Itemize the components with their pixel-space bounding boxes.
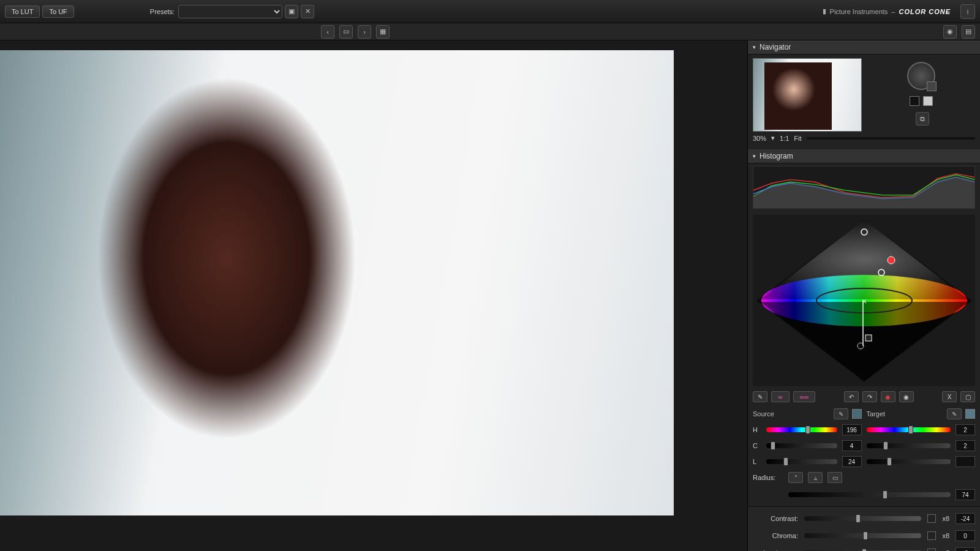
delete-preset-button[interactable]: ✕ [301, 5, 314, 18]
toggle-point-button[interactable]: ▢ [960, 391, 975, 402]
source-hue-value[interactable]: 196 [842, 424, 862, 435]
source-chroma-value[interactable]: 4 [842, 440, 862, 451]
to-uf-button[interactable]: To UF [42, 6, 74, 18]
preview-toggle-button[interactable]: ◉ [943, 25, 957, 39]
target-hue-value[interactable]: 2 [956, 424, 975, 435]
source-lum-value[interactable]: 24 [842, 456, 862, 467]
rotation-dial[interactable] [907, 62, 935, 90]
radius-slider[interactable] [788, 492, 951, 497]
info-button[interactable]: i [960, 4, 975, 19]
brand-logo-icon: ▮ [823, 7, 826, 15]
eyedropper-button[interactable]: ✎ [753, 391, 767, 402]
radius-mode-b-button[interactable]: ▵ [808, 472, 823, 483]
chevron-left-icon: ‹ [326, 28, 329, 36]
target-column: Target ✎ 2 2 [867, 405, 976, 472]
photo-preview [0, 50, 674, 515]
brand-company: Picture Instruments [830, 8, 888, 15]
histogram-title: Histogram [760, 152, 793, 160]
next-image-button[interactable]: › [358, 25, 371, 39]
duplicate-button[interactable]: ⧉ [916, 112, 929, 126]
square-icon: ▢ [965, 394, 971, 400]
radius-label: Radius: [753, 474, 783, 481]
source-column: Source ✎ H 196 C 4 L [753, 405, 862, 472]
save-preset-button[interactable]: ▣ [285, 5, 298, 18]
cone-center-marker: × [862, 296, 867, 306]
target-lum-slider[interactable] [867, 459, 951, 464]
radius-row: Radius: ˄ ▵ ▭ [748, 472, 980, 489]
background-black-swatch[interactable] [910, 96, 919, 106]
redo-icon: ↷ [867, 394, 872, 400]
eyedropper-icon: ✎ [952, 411, 957, 418]
eye-icon: ◉ [947, 28, 953, 36]
mask-button[interactable]: ◉ [881, 391, 895, 402]
source-target-section: Source ✎ H 196 C 4 L [748, 405, 980, 472]
navigator-header[interactable]: ▾ Navigator [748, 40, 980, 54]
main-area: ▾ Navigator ⧉ 30% ▾ [0, 40, 980, 551]
trash-icon: ✕ [305, 7, 311, 15]
zoom-fit-button[interactable]: Fit [794, 135, 801, 142]
eyedropper-icon: ✎ [758, 394, 763, 400]
chroma-mult: x8 [942, 532, 949, 539]
prev-image-button[interactable]: ‹ [321, 25, 334, 39]
contrast-value[interactable]: -24 [956, 513, 975, 524]
contrast-slider[interactable] [804, 516, 921, 521]
svg-marker-3 [760, 220, 968, 299]
svg-marker-4 [760, 302, 968, 381]
zoom-slider[interactable] [807, 137, 975, 140]
to-lut-button[interactable]: To LUT [5, 6, 40, 18]
source-lum-slider[interactable] [766, 459, 837, 464]
target-chroma-value[interactable]: 2 [956, 440, 975, 451]
chroma-adj-slider[interactable] [804, 533, 921, 538]
chroma-x8-checkbox[interactable] [927, 531, 936, 540]
open-folder-button[interactable]: ▭ [339, 25, 353, 39]
histogram-chart [753, 166, 975, 209]
navigator-panel: ⧉ 30% ▾ 1:1 Fit [748, 54, 980, 149]
eye-icon: ◉ [903, 394, 909, 400]
undo-button[interactable]: ↶ [844, 391, 859, 402]
caret-down-icon: ▾ [753, 44, 756, 50]
target-chroma-slider[interactable] [867, 443, 951, 448]
presets-label: Presets: [150, 8, 175, 15]
radius-value[interactable]: 74 [956, 489, 975, 500]
navigator-thumbnail[interactable] [753, 58, 862, 132]
color-cone-picker[interactable]: × [753, 215, 975, 386]
presets-dropdown[interactable] [178, 5, 282, 18]
image-canvas[interactable] [0, 40, 747, 551]
caret-up-icon: ˄ [794, 474, 797, 481]
redo-button[interactable]: ↷ [862, 391, 877, 402]
cone-tool-row: ✎ ∞ ∞∞ ↶ ↷ ◉ ◉ X ▢ [748, 386, 980, 405]
zoom-percent: 30% [753, 135, 766, 142]
source-chroma-slider[interactable] [766, 443, 837, 448]
grid-toggle-button[interactable]: ▤ [962, 25, 975, 39]
compare-view-button[interactable]: ▦ [376, 25, 390, 39]
histogram-header[interactable]: ▾ Histogram [748, 149, 980, 163]
zoom-caret-icon[interactable]: ▾ [771, 134, 775, 142]
flat-icon: ▭ [832, 474, 838, 481]
info-icon: i [967, 8, 968, 15]
radius-mode-c-button[interactable]: ▭ [827, 472, 842, 483]
luminance-x8-checkbox[interactable] [927, 549, 936, 551]
link-three-button[interactable]: ∞∞ [793, 391, 815, 402]
target-lum-value[interactable] [956, 456, 975, 467]
radius-mode-a-button[interactable]: ˄ [788, 472, 803, 483]
background-white-swatch[interactable] [923, 96, 933, 106]
luminance-adj-value[interactable]: -3 [956, 547, 975, 551]
contrast-x8-checkbox[interactable] [927, 514, 936, 523]
source-color-swatch[interactable] [852, 409, 862, 419]
source-hue-slider[interactable] [766, 427, 837, 432]
target-color-swatch[interactable] [965, 409, 975, 419]
target-hue-slider[interactable] [867, 427, 951, 432]
chroma-adj-label: Chroma: [753, 532, 798, 539]
compare-icon: ▦ [380, 28, 386, 36]
grid-icon: ▤ [965, 28, 971, 36]
preview-mask-button[interactable]: ◉ [899, 391, 914, 402]
brand-product: COLOR CONE [899, 8, 951, 15]
zoom-1to1-button[interactable]: 1:1 [780, 135, 789, 142]
source-eyedropper-button[interactable]: ✎ [834, 408, 848, 419]
target-eyedropper-button[interactable]: ✎ [947, 408, 962, 419]
link-two-button[interactable]: ∞ [771, 391, 790, 402]
caret-down-icon: ▾ [753, 153, 756, 159]
reset-point-button[interactable]: X [942, 391, 957, 402]
chroma-adj-value[interactable]: 0 [956, 530, 975, 541]
chevron-right-icon: › [363, 28, 366, 36]
